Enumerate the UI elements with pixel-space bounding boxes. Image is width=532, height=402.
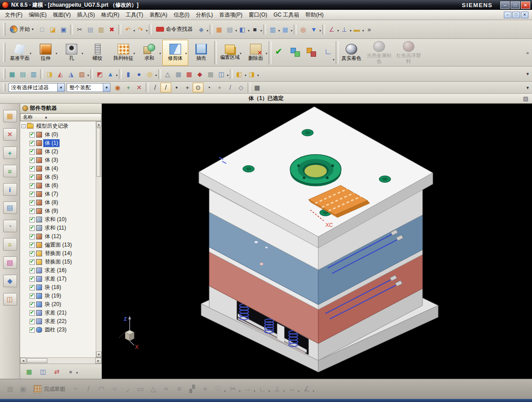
snap-point-on-surface-icon[interactable]: ◇ [236, 83, 246, 92]
more-options-icon[interactable]: ● [65, 367, 76, 377]
tree-item-block-19[interactable]: 块 (19) [20, 292, 96, 300]
menu-item[interactable]: 首选项(P) [216, 10, 245, 20]
scroll-down-icon[interactable]: ▼ [96, 352, 101, 357]
checkbox-icon[interactable] [30, 141, 35, 146]
thread-button[interactable]: 螺纹 [84, 40, 110, 66]
move-object-icon[interactable]: ◮ [66, 69, 76, 79]
separator[interactable] [118, 25, 121, 34]
menu-item[interactable]: 信息(I) [170, 10, 192, 20]
layer-settings-icon[interactable]: ▤ [224, 25, 235, 34]
doc-close-button[interactable]: ✕ [521, 12, 528, 18]
assembly-navigator-icon[interactable]: ▦ [3, 110, 17, 122]
selection-filter-icon[interactable]: ▼ [308, 25, 319, 34]
tree-item-block-20[interactable]: 块 (20) [20, 300, 96, 309]
collapse-icon[interactable] [21, 124, 25, 128]
separator[interactable] [90, 69, 93, 79]
csys-button[interactable] [320, 40, 336, 66]
menu-item[interactable]: 文件(F) [2, 10, 25, 20]
tree-item-offset-13[interactable]: 偏置面 (13) [20, 241, 96, 249]
table-icon[interactable]: ▦ [173, 69, 184, 79]
sync-modeling-icon[interactable]: ◩ [94, 69, 105, 79]
ruler-icon[interactable]: ▬ [351, 25, 362, 34]
separator[interactable] [158, 69, 161, 79]
toolbar-grip[interactable] [3, 84, 5, 92]
pattern-face-icon[interactable]: ▨ [76, 69, 87, 79]
point-icon[interactable]: + [199, 383, 211, 395]
tree-item-cylinder-23[interactable]: 圆柱 (23) [20, 326, 96, 334]
grid-snap-icon[interactable]: ▦ [252, 83, 262, 92]
graphics-viewport[interactable]: XC Z X [102, 104, 532, 379]
checkbox-icon[interactable] [30, 310, 35, 316]
checkbox-icon[interactable] [30, 132, 35, 138]
arc-icon[interactable]: ◠ [96, 383, 107, 395]
trim-icon[interactable]: ✂ [227, 383, 239, 395]
bright-metal-button[interactable]: 光亮金属制色 [364, 40, 394, 66]
tree-item-body-5[interactable]: 体 (5) [20, 173, 96, 181]
open-icon[interactable]: ◪ [47, 25, 58, 34]
checkbox-icon[interactable] [30, 293, 35, 299]
layer-copy-icon[interactable]: ◫ [38, 367, 48, 377]
datum-plane-small-icon[interactable]: ▤ [17, 69, 28, 79]
menu-item[interactable]: GC 工具箱 [270, 10, 302, 20]
measure-distance-icon[interactable]: ⊥ [339, 25, 350, 34]
history-icon[interactable]: ◔ [3, 220, 17, 232]
show-constraints-icon[interactable]: ∠ [301, 383, 312, 395]
tree-item-block-18[interactable]: 块 (18) [20, 283, 96, 292]
extend-icon[interactable]: → [242, 383, 253, 395]
toolbar-overflow-icon[interactable]: » [525, 50, 530, 55]
toolbar-grip[interactable] [3, 23, 5, 36]
tree-item-body-9[interactable]: 体 (9) [20, 207, 96, 215]
separator[interactable] [248, 83, 250, 92]
checkbox-icon[interactable] [30, 327, 35, 333]
tree-item-replace-14[interactable]: 替换面 (14) [20, 249, 96, 258]
tree-item-subtract-16[interactable]: 求差 (16) [20, 266, 96, 275]
cylinder-tool-icon[interactable]: ▮ [123, 69, 134, 79]
snap-quadrant-icon[interactable]: ◔ [203, 83, 214, 92]
palette-icon[interactable]: ▧ [3, 256, 17, 269]
tree-item-unite-10[interactable]: 求和 (10) [20, 215, 96, 224]
command-finder-button[interactable]: 命令查找器 [153, 24, 196, 34]
sphere-tool-icon[interactable]: ● [134, 69, 144, 79]
snap-midpoint-icon[interactable]: / [160, 83, 171, 92]
snap-existing-point-icon[interactable]: + [214, 83, 225, 92]
scrollbar-thumb[interactable] [27, 358, 47, 363]
chevron-down-icon[interactable]: ▼ [103, 84, 110, 92]
tree-item-body-2[interactable]: 体 (2) [20, 147, 96, 156]
circle-icon[interactable]: ○ [109, 383, 120, 395]
checkbox-icon[interactable] [30, 175, 35, 180]
rectangle-icon[interactable]: ▭ [135, 383, 146, 395]
tree-item-body-4[interactable]: 体 (4) [20, 164, 96, 173]
tree-root-model-history[interactable]: 模型历史记录 [20, 122, 96, 130]
tree-item-subtract-22[interactable]: 求差 (22) [20, 317, 96, 326]
checkbox-icon[interactable] [30, 234, 35, 239]
menu-item[interactable]: 格式(R) [98, 10, 122, 20]
materials-icon[interactable]: ◫ [3, 293, 17, 306]
checkbox-icon[interactable] [30, 319, 35, 324]
checkbox-icon[interactable] [30, 260, 35, 265]
swap-views-icon[interactable]: ⇄ [51, 367, 62, 377]
separator[interactable] [230, 69, 232, 79]
checkbox-icon[interactable] [30, 166, 35, 172]
snap-settings-icon[interactable]: + [123, 83, 134, 92]
tree-item-body-8[interactable]: 体 (8) [20, 198, 96, 207]
trim-body-button[interactable]: 修剪体 [162, 40, 188, 66]
selection-scope-dropdown[interactable]: 整个装配 ▼ [67, 83, 110, 92]
datum-csys-icon[interactable]: ▦ [7, 69, 17, 79]
notes-icon[interactable]: ≡ [3, 238, 17, 251]
view-cube-icon[interactable]: ◧ [237, 25, 248, 34]
shell-button[interactable]: 抽壳 [188, 40, 214, 66]
sketch-icon[interactable]: ▥ [28, 69, 39, 79]
menu-item[interactable]: 装配(A) [146, 10, 170, 20]
separator[interactable] [146, 83, 148, 92]
checkbox-icon[interactable] [30, 251, 35, 256]
display-mode-icon[interactable]: ◆ [196, 25, 207, 34]
tree-item-body-1[interactable]: 体 (1) [20, 139, 96, 147]
separator[interactable] [322, 25, 325, 34]
profile-icon[interactable]: ~ [70, 383, 81, 395]
checkbox-icon[interactable] [30, 302, 35, 307]
mini-tools-2-button[interactable] [304, 40, 320, 66]
scrollbar-thumb[interactable] [97, 128, 101, 177]
mini-tools-button[interactable] [287, 40, 304, 66]
save-icon[interactable]: ▣ [58, 25, 69, 34]
new-icon[interactable]: □ [37, 25, 47, 34]
